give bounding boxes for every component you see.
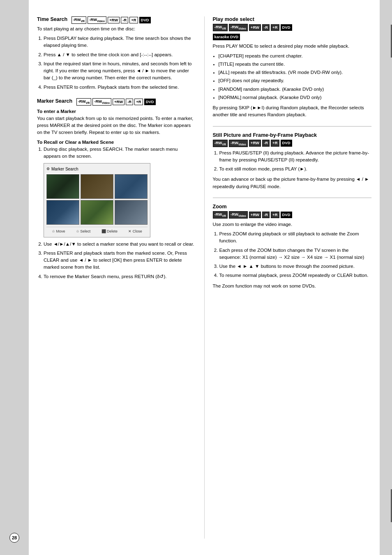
to-recall-steps: During disc playback, press SEARCH. The … [37, 146, 196, 280]
still-step-1: Press PAUSE/STEP (II) during playback. A… [219, 150, 372, 164]
play-badge-rw: +RW [249, 24, 261, 31]
time-search-step-3: Input the required start time in hours, … [44, 60, 196, 82]
still-badge-rplus: +R [271, 140, 279, 146]
badge-rwvideo-2: -RWVideo [92, 98, 111, 106]
time-search-steps: Press DISPLAY twice during playback. The… [37, 35, 196, 91]
badge-rwvr: -RWVR [71, 16, 87, 24]
time-search-badges: -RWVR -RWVideo +RW -R +R DVD [71, 16, 151, 24]
play-badge-rwvr: -RWVR [213, 24, 228, 31]
still-picture-section: Still Picture and Frame-by-Frame Playbac… [213, 132, 372, 190]
play-item-3: [ALL] repeats the all titles/tracks. (VR… [219, 69, 372, 76]
toolbar-move: ☆ Move [52, 229, 65, 235]
thumbnail-4 [46, 200, 79, 225]
to-recall-step-3: Press ENTER and playback starts from the… [44, 250, 196, 271]
to-recall-step-2: Use ◄/►/▲/▼ to select a marker scene tha… [44, 241, 196, 248]
to-enter-marker-title: To enter a Marker [37, 109, 196, 114]
zoom-badge-rw: +RW [249, 212, 261, 218]
left-column: Time Search -RWVR -RWVideo +RW -R +R DVD… [37, 16, 196, 539]
play-mode-badge-row2: karaoke DVD [213, 34, 372, 40]
play-mode-items: [CHAPTER] repeats the current chapter. [… [213, 53, 372, 101]
to-recall-step-4: To remove the Marker Search menu, press … [44, 273, 196, 280]
thumbnail-5 [81, 200, 113, 225]
page-wrapper: 28 Time Search -RWVR -RWVideo +RW -R +R … [0, 0, 392, 555]
still-picture-steps: Press PAUSE/STEP (II) during playback. A… [213, 150, 372, 173]
play-item-1: [CHAPTER] repeats the current chapter. [219, 53, 372, 60]
zoom-section: Zoom -RWVR -RWVideo +RW -R +R DVD Use zo… [213, 204, 372, 290]
play-mode-section: Play mode select -RWVR -RWVideo +RW -R +… [213, 16, 372, 119]
play-item-2: [TITLE] repeats the current title. [219, 61, 372, 68]
play-badge-rwvideo: -RWVideo [229, 24, 248, 31]
still-badge-r: -R [262, 140, 270, 146]
play-mode-intro: Press PLAY MODE to select a desired play… [213, 43, 372, 50]
right-margin [380, 0, 392, 555]
zoom-step-4: To resume normal playback, press ZOOM re… [219, 272, 372, 279]
main-content: Time Search -RWVR -RWVideo +RW -R +R DVD… [29, 0, 380, 555]
badge-r-minus-2: -R [126, 99, 133, 105]
zoom-intro: Use zoom to enlarge the video image. [213, 221, 372, 228]
zoom-badge-r: -R [262, 212, 270, 218]
left-margin: 28 [0, 0, 29, 555]
marker-toolbar: ☆ Move ☆ Select ⬛ Delete ✕ Close [46, 227, 148, 235]
zoom-note: The Zoom function may not work on some D… [213, 283, 372, 290]
zoom-step-1: Press ZOOM during playback or still play… [219, 230, 372, 245]
divider-1 [213, 126, 372, 127]
badge-r-minus: -R [121, 17, 128, 23]
thumbnail-3 [115, 174, 148, 199]
play-badge-karaoke: karaoke DVD [213, 34, 240, 40]
still-badge-rw: +RW [249, 140, 261, 146]
to-enter-marker-text: You can start playback from up to six me… [37, 115, 196, 136]
time-search-intro: To start playing at any chosen time on t… [37, 25, 196, 32]
toolbar-select: ☆ Select [76, 229, 91, 235]
badge-rwvr-2: -RWVR [76, 98, 92, 106]
page-number: 28 [9, 533, 19, 543]
zoom-badge-rwvr: -RWVR [213, 211, 228, 219]
zoom-badges: -RWVR -RWVideo +RW -R +R DVD [213, 211, 372, 219]
marker-search-title: Marker Search -RWVR -RWVideo +RW -R +R D… [37, 98, 196, 106]
marker-search-box-title: Marker Search [46, 166, 148, 172]
toolbar-delete: ⬛ Delete [101, 229, 118, 235]
time-search-step-4: Press ENTER to confirm. Playback starts … [44, 84, 196, 91]
thumbnail-2 [81, 174, 113, 199]
badge-dvd: DVD [139, 17, 151, 23]
badge-rw-plus-2: +RW [113, 99, 125, 105]
still-picture-note: You can advance or back up the picture f… [213, 176, 372, 190]
zoom-steps: Press ZOOM during playback or still play… [213, 230, 372, 279]
still-badge-rwvr: -RWVR [213, 140, 228, 147]
badge-r-plus-2: +R [134, 99, 143, 105]
time-search-step-1: Press DISPLAY twice during playback. The… [44, 35, 196, 49]
badge-rw-plus: +RW [108, 17, 120, 23]
play-badge-r: -R [262, 24, 270, 31]
still-badge-rwvideo: -RWVideo [229, 140, 248, 147]
right-column: Play mode select -RWVR -RWVideo +RW -R +… [204, 16, 372, 539]
zoom-step-3: Use the ◄ ► ▲ ▼ buttons to move through … [219, 263, 372, 270]
zoom-title: Zoom [213, 204, 372, 210]
to-recall-title: To Recall or Clear a Marked Scene [37, 140, 196, 145]
play-mode-title: Play mode select [213, 16, 372, 22]
zoom-badge-rplus: +R [271, 212, 279, 218]
play-badge-rplus: +R [271, 24, 279, 31]
time-search-step-2: Press ▲ / ▼ to select the time clock ico… [44, 51, 196, 58]
play-mode-note: By pressing SKIP (►►I) during Random pla… [213, 104, 372, 119]
zoom-badge-dvd: DVD [281, 212, 292, 218]
to-recall-step-1: During disc playback, press SEARCH. The … [44, 146, 196, 237]
badge-dvd-2: DVD [144, 99, 156, 105]
still-picture-badges: -RWVR -RWVideo +RW -R +R DVD [213, 140, 372, 147]
still-step-2: To exit still motion mode, press PLAY (►… [219, 166, 372, 173]
time-search-section: Time Search -RWVR -RWVideo +RW -R +R DVD… [37, 16, 196, 91]
badge-r-plus: +R [129, 17, 138, 23]
play-item-4: [OFF] does not play repeatedly. [219, 77, 372, 84]
marker-search-section: Marker Search -RWVR -RWVideo +RW -R +R D… [37, 98, 196, 280]
thumbnail-1 [46, 174, 79, 199]
marker-search-box: Marker Search ☆ Move [44, 163, 150, 237]
marker-search-badges: -RWVR -RWVideo +RW -R +R DVD [76, 98, 156, 106]
divider-2 [213, 198, 372, 198]
toolbar-close: ✕ Close [128, 229, 142, 235]
play-item-6: [NORMAL] normal playback. (Karaoke DVD o… [219, 94, 372, 101]
zoom-badge-rwvideo: -RWVideo [229, 211, 248, 219]
still-picture-title: Still Picture and Frame-by-Frame Playbac… [213, 132, 372, 138]
play-mode-badge-row: -RWVR -RWVideo +RW -R +R DVD [213, 24, 372, 31]
thumbnail-6 [115, 200, 148, 225]
badge-rwvideo: -RWVideo [88, 16, 106, 24]
play-badge-dvd: DVD [281, 24, 292, 31]
zoom-step-2: Each press of the ZOOM button changes th… [219, 247, 372, 261]
